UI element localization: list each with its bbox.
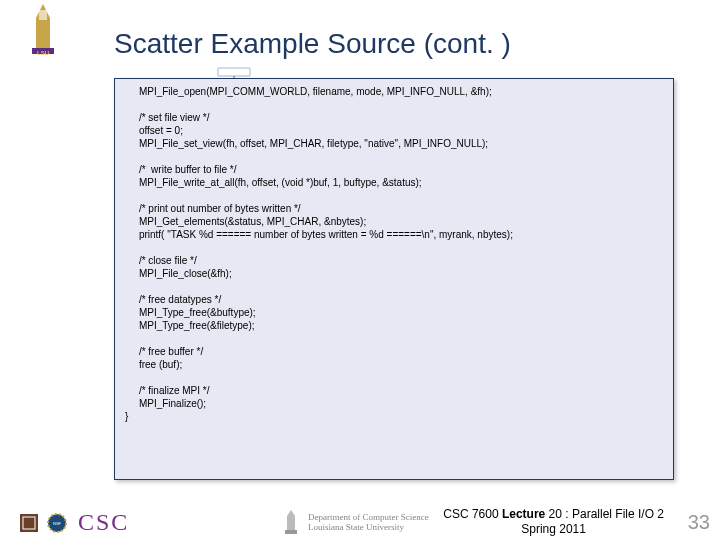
svg-rect-12 [285, 530, 297, 534]
nsf-logo-icon: NSF [46, 512, 68, 534]
svg-text:NSF: NSF [53, 521, 62, 526]
course-prefix: CSC 7600 [443, 507, 502, 521]
svg-rect-0 [36, 18, 50, 48]
department-block: Department of Computer Science Louisiana… [280, 510, 429, 536]
course-suffix: 20 : Parallel File I/O 2 [545, 507, 664, 521]
svg-rect-10 [287, 516, 295, 530]
slide-number: 33 [688, 511, 710, 534]
csc-logo: CSC [78, 509, 129, 536]
lsu-logo-icon: LSU [22, 2, 64, 62]
course-info: CSC 7600 Lecture 20 : Parallel File I/O … [443, 507, 664, 536]
svg-rect-3 [39, 10, 47, 20]
dept-line2: Louisiana State University [308, 523, 429, 533]
footer: NSF CSC Department of Computer Science L… [0, 496, 720, 540]
course-lecture-word: Lecture [502, 507, 545, 521]
footer-logos: NSF CSC [18, 509, 129, 536]
code-block: MPI_File_open(MPI_COMM_WORLD, filename, … [114, 78, 674, 480]
cct-logo-icon [18, 512, 40, 534]
slide-title: Scatter Example Source (cont. ) [114, 28, 511, 60]
svg-marker-11 [287, 510, 295, 516]
lsu-small-icon [280, 510, 302, 536]
svg-text:LSU: LSU [37, 50, 49, 56]
course-term: Spring 2011 [443, 522, 664, 536]
